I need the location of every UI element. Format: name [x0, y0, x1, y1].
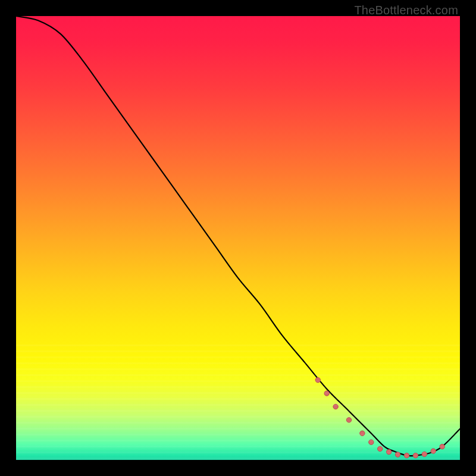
chart-frame: TheBottleneck.com — [0, 0, 476, 476]
marker-dot — [369, 440, 374, 444]
curve-svg — [16, 16, 460, 460]
marker-dot — [440, 444, 444, 449]
plot-area — [16, 16, 460, 460]
marker-dot — [404, 453, 409, 458]
marker-dot — [386, 449, 391, 454]
marker-dot — [378, 446, 383, 451]
marker-dot — [422, 452, 427, 456]
watermark-text: TheBottleneck.com — [354, 4, 458, 17]
marker-dot — [346, 418, 351, 422]
marker-dot — [431, 449, 436, 453]
marker-group — [315, 378, 444, 458]
marker-dot — [413, 453, 418, 458]
marker-dot — [315, 378, 320, 383]
marker-dot — [333, 404, 338, 409]
marker-dot — [360, 431, 365, 436]
bottleneck-curve — [16, 16, 460, 456]
marker-dot — [324, 391, 329, 396]
marker-dot — [395, 452, 400, 457]
